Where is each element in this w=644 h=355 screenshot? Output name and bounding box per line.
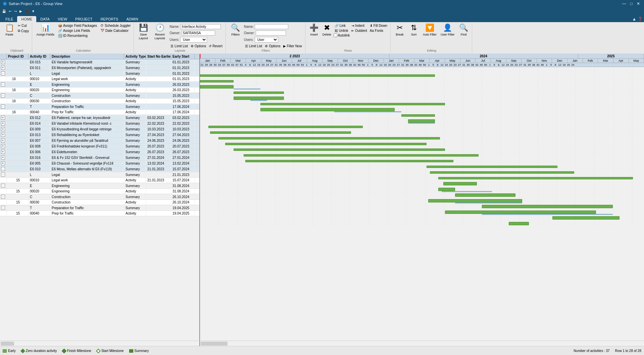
- ribbon-help-btn[interactable]: ❓: [638, 17, 643, 21]
- auto-filter-button[interactable]: 🔽 Auto Filter: [422, 23, 438, 37]
- qa-redo-btn[interactable]: ↪: [13, 9, 17, 13]
- table-row[interactable]: + E6 015 E6 Variable fartsgrenseskilt Su…: [0, 59, 199, 65]
- table-row[interactable]: - C Construction Summary 15.05.2023: [0, 93, 199, 99]
- expand-btn[interactable]: -: [1, 184, 5, 188]
- tab-file[interactable]: FILE: [1, 16, 17, 22]
- expand-btn[interactable]: -: [1, 71, 5, 75]
- expand-btn[interactable]: -: [1, 94, 5, 98]
- table-row[interactable]: 16 00030 Construction Activity 15.05.202…: [0, 99, 199, 104]
- revert-btn[interactable]: ↺ Revert: [208, 44, 223, 48]
- tab-reports[interactable]: REPORTS: [96, 16, 122, 22]
- expand-btn[interactable]: +: [1, 66, 5, 70]
- autolink-check[interactable]: Autolink: [334, 34, 350, 37]
- tab-home[interactable]: HOME: [17, 16, 36, 22]
- filter-options-btn[interactable]: ⚙ Options: [264, 44, 281, 48]
- table-row[interactable]: + E6 011 E6 Mosseporten (Patterød), oppg…: [0, 65, 199, 71]
- fill-down-btn[interactable]: ⬇ Fill Down: [369, 23, 388, 28]
- expand-btn[interactable]: +: [1, 121, 5, 125]
- expand-cell[interactable]: +: [0, 65, 7, 70]
- table-row[interactable]: + E6 005 E6 Chaussé - Svinesund vegmiljø…: [0, 161, 199, 166]
- schedule-juggler-btn[interactable]: ⏱ Schedule Juggler: [99, 23, 132, 28]
- expand-btn[interactable]: -: [1, 206, 5, 210]
- expand-btn[interactable]: +: [1, 133, 5, 137]
- table-row[interactable]: + E6 012 E6 Pattered, rampe fra sør, kry…: [0, 115, 199, 121]
- table-row[interactable]: 15 00040 Prep for Traffic Activity 19.04…: [0, 211, 199, 216]
- recent-layouts-button[interactable]: 🕐 RecentLayouts: [151, 23, 168, 41]
- table-row[interactable]: + E6 008 E6 Fredrikshaldske kongevei (Fv…: [0, 143, 199, 149]
- expand-cell[interactable]: -: [0, 104, 7, 109]
- indent-btn[interactable]: ⇥ Indent: [350, 23, 368, 28]
- expand-btn[interactable]: +: [1, 144, 5, 148]
- tab-view[interactable]: VIEW: [54, 16, 71, 22]
- expand-btn[interactable]: +: [1, 60, 5, 64]
- assign-link-fields-btn[interactable]: 🔗 Assign Link Fields: [57, 28, 98, 33]
- expand-btn[interactable]: -: [1, 173, 5, 177]
- gantt-hscroll[interactable]: [200, 341, 644, 346]
- table-row[interactable]: 16 00020 Engineering Activity 26.03.2023: [0, 87, 199, 93]
- filter-owner-input[interactable]: [256, 31, 286, 36]
- expand-cell[interactable]: -: [0, 93, 7, 98]
- limit-list-btn[interactable]: ☰ Limit List: [169, 44, 189, 48]
- expand-btn[interactable]: -: [1, 167, 5, 171]
- expand-btn[interactable]: +: [1, 161, 5, 165]
- filter-now-btn[interactable]: ▶ Filter Now: [282, 44, 303, 48]
- table-row[interactable]: 16 00010 Legal work Activity 01.01.2023: [0, 76, 199, 82]
- link-btn[interactable]: 🔗 Link: [334, 23, 350, 28]
- grid-hscroll[interactable]: [0, 341, 200, 346]
- expand-btn[interactable]: +: [1, 116, 5, 120]
- break-button[interactable]: ✂ Break: [393, 23, 406, 37]
- table-row[interactable]: + E6 016 E6 & Fv 152 GSV Stenfeldt - Gre…: [0, 155, 199, 161]
- expand-btn[interactable]: +: [1, 156, 5, 160]
- table-row[interactable]: + E6 014 E6 Variabel infotavle Klemetsru…: [0, 121, 199, 126]
- qa-run-btn[interactable]: ▶: [19, 9, 23, 13]
- filters-button[interactable]: 🔍 Filters: [229, 23, 243, 37]
- tab-project[interactable]: PROJECT: [71, 16, 96, 22]
- expand-btn[interactable]: +: [1, 138, 5, 142]
- id-renumbering-btn[interactable]: 🔢 ID Renumbering: [57, 34, 98, 38]
- table-row[interactable]: - T Preparation for Traffic Summary 17.0…: [0, 104, 199, 110]
- table-row[interactable]: + E6 007 E6 Fjerning av alunskifer på Ta…: [0, 138, 199, 143]
- layout-name-input[interactable]: [181, 24, 221, 29]
- outdent-btn[interactable]: ⇤ Outdent: [350, 28, 368, 33]
- table-row[interactable]: 15 00030 Construction Activity 26.10.202…: [0, 200, 199, 205]
- expand-cell[interactable]: -: [0, 194, 7, 199]
- fonts-btn[interactable]: Aa Fonts: [369, 28, 388, 33]
- tab-data[interactable]: DATA: [36, 16, 54, 22]
- save-layout-button[interactable]: 💾 SaveLayout: [137, 23, 150, 41]
- qa-stop-btn[interactable]: ⬛: [24, 9, 30, 13]
- expand-cell[interactable]: -: [0, 172, 7, 177]
- expand-btn[interactable]: -: [1, 195, 5, 199]
- ribbon-collapse-btn[interactable]: ▲: [632, 17, 636, 21]
- expand-cell[interactable]: +: [0, 155, 7, 160]
- close-btn[interactable]: ✕: [635, 1, 641, 6]
- expand-cell[interactable]: +: [0, 126, 7, 132]
- expand-cell[interactable]: -: [0, 205, 7, 211]
- table-row[interactable]: + E6 009 E6 Kryssutbedring Arvoll begge …: [0, 126, 199, 132]
- user-filter-button[interactable]: 👤 User Filter: [439, 23, 456, 37]
- grid-hscroll-thumb[interactable]: [1, 342, 14, 346]
- grid-body[interactable]: + E6 015 E6 Variable fartsgrenseskilt Su…: [0, 59, 199, 341]
- expand-cell[interactable]: +: [0, 161, 7, 166]
- date-calculator-btn[interactable]: 📅 Date Calculator: [99, 28, 132, 33]
- table-row[interactable]: 15 00020 Engineering Activity 31.08.2024: [0, 189, 199, 194]
- assign-field-packages-btn[interactable]: 📦 Assign Field Packages: [57, 23, 98, 28]
- expand-cell[interactable]: -: [0, 183, 7, 188]
- table-row[interactable]: - E6 010 E6 Moss, Melløs alternativ til …: [0, 166, 199, 172]
- layout-users-select[interactable]: User: [180, 37, 207, 43]
- options-btn[interactable]: ⚙ Options: [190, 44, 207, 48]
- expand-cell[interactable]: +: [0, 115, 7, 120]
- assign-fields-button[interactable]: 📊 Assign Fields: [35, 23, 56, 37]
- table-row[interactable]: 16 00040 Prep for Traffic Activity 17.06…: [0, 110, 199, 115]
- expand-btn[interactable]: -: [1, 105, 5, 109]
- gantt-area[interactable]: 2 2023 2024 2025 JanFebMarAprMayJunJulAu…: [200, 54, 644, 341]
- expand-cell[interactable]: +: [0, 59, 7, 65]
- qa-save-btn[interactable]: 💾: [1, 9, 7, 13]
- layout-owner-input[interactable]: [182, 31, 215, 36]
- table-row[interactable]: - L Legal Summary 01.01.2023: [0, 71, 199, 76]
- expand-cell[interactable]: -: [0, 82, 7, 87]
- filter-users-select[interactable]: User: [255, 37, 278, 43]
- cut-button[interactable]: ✂ Cut: [17, 23, 30, 28]
- expand-cell[interactable]: +: [0, 132, 7, 137]
- copy-button[interactable]: ⧉ Copy: [17, 28, 30, 33]
- maximize-btn[interactable]: □: [629, 1, 634, 6]
